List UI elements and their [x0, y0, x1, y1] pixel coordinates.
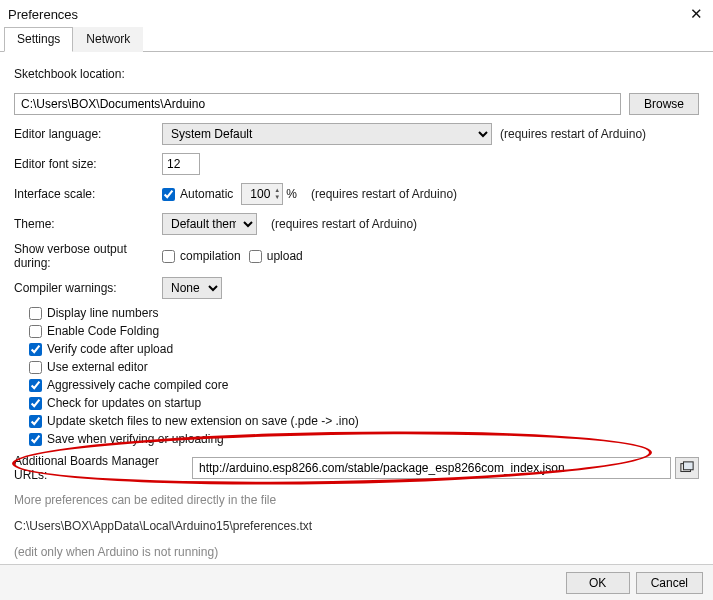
label-editor-font-size: Editor font size:: [14, 157, 162, 171]
use-external-editor-label: Use external editor: [47, 360, 148, 374]
label-additional-urls: Additional Boards Manager URLs:: [14, 454, 192, 482]
spinner-arrows-icon[interactable]: ▲▼: [272, 187, 282, 201]
update-sketch-ext-label: Update sketch files to new extension on …: [47, 414, 359, 428]
update-sketch-ext-checkbox[interactable]: [29, 415, 42, 428]
edit-only-note: (edit only when Arduino is not running): [14, 545, 218, 559]
label-sketchbook-location: Sketchbook location:: [14, 67, 125, 81]
upload-checkbox[interactable]: [249, 250, 262, 263]
additional-urls-input[interactable]: [192, 457, 671, 479]
font-size-input[interactable]: [162, 153, 200, 175]
theme-select[interactable]: Default theme: [162, 213, 257, 235]
warnings-select[interactable]: None: [162, 277, 222, 299]
save-when-verifying-label: Save when verifying or uploading: [47, 432, 224, 446]
svg-rect-1: [684, 462, 694, 470]
editor-language-select[interactable]: System Default: [162, 123, 492, 145]
close-icon[interactable]: ✕: [687, 5, 705, 23]
use-external-editor-checkbox[interactable]: [29, 361, 42, 374]
automatic-label: Automatic: [180, 187, 233, 201]
label-verbose: Show verbose output during:: [14, 242, 162, 270]
label-editor-language: Editor language:: [14, 127, 162, 141]
verify-after-upload-label: Verify code after upload: [47, 342, 173, 356]
window-title: Preferences: [8, 7, 78, 22]
prefs-file-path[interactable]: C:\Users\BOX\AppData\Local\Arduino15\pre…: [14, 519, 312, 533]
aggressive-cache-label: Aggressively cache compiled core: [47, 378, 228, 392]
percent-label: %: [286, 187, 297, 201]
aggressive-cache-checkbox[interactable]: [29, 379, 42, 392]
display-line-numbers-checkbox[interactable]: [29, 307, 42, 320]
tab-settings[interactable]: Settings: [4, 27, 73, 52]
save-when-verifying-checkbox[interactable]: [29, 433, 42, 446]
restart-note-scale: (requires restart of Arduino): [311, 187, 457, 201]
tabstrip: Settings Network: [0, 26, 713, 52]
check-updates-checkbox[interactable]: [29, 397, 42, 410]
content-area: Sketchbook location: Browse Editor langu…: [0, 52, 713, 580]
display-line-numbers-label: Display line numbers: [47, 306, 158, 320]
enable-code-folding-checkbox[interactable]: [29, 325, 42, 338]
footer-bar: OK Cancel: [0, 564, 713, 600]
scale-input[interactable]: [242, 187, 272, 201]
restart-note-theme: (requires restart of Arduino): [271, 217, 417, 231]
window-icon: [680, 461, 694, 475]
tab-network[interactable]: Network: [73, 27, 143, 52]
sketchbook-path-input[interactable]: [14, 93, 621, 115]
more-prefs-note: More preferences can be edited directly …: [14, 493, 276, 507]
titlebar: Preferences ✕: [0, 0, 713, 26]
automatic-checkbox[interactable]: [162, 188, 175, 201]
enable-code-folding-label: Enable Code Folding: [47, 324, 159, 338]
compilation-checkbox[interactable]: [162, 250, 175, 263]
cancel-button[interactable]: Cancel: [636, 572, 703, 594]
label-theme: Theme:: [14, 217, 162, 231]
scale-spinner[interactable]: ▲▼: [241, 183, 283, 205]
label-interface-scale: Interface scale:: [14, 187, 162, 201]
browse-button[interactable]: Browse: [629, 93, 699, 115]
check-updates-label: Check for updates on startup: [47, 396, 201, 410]
compilation-label: compilation: [180, 249, 241, 263]
label-compiler-warnings: Compiler warnings:: [14, 281, 162, 295]
open-urls-dialog-button[interactable]: [675, 457, 699, 479]
restart-note-language: (requires restart of Arduino): [500, 127, 646, 141]
ok-button[interactable]: OK: [566, 572, 630, 594]
upload-label: upload: [267, 249, 303, 263]
verify-after-upload-checkbox[interactable]: [29, 343, 42, 356]
